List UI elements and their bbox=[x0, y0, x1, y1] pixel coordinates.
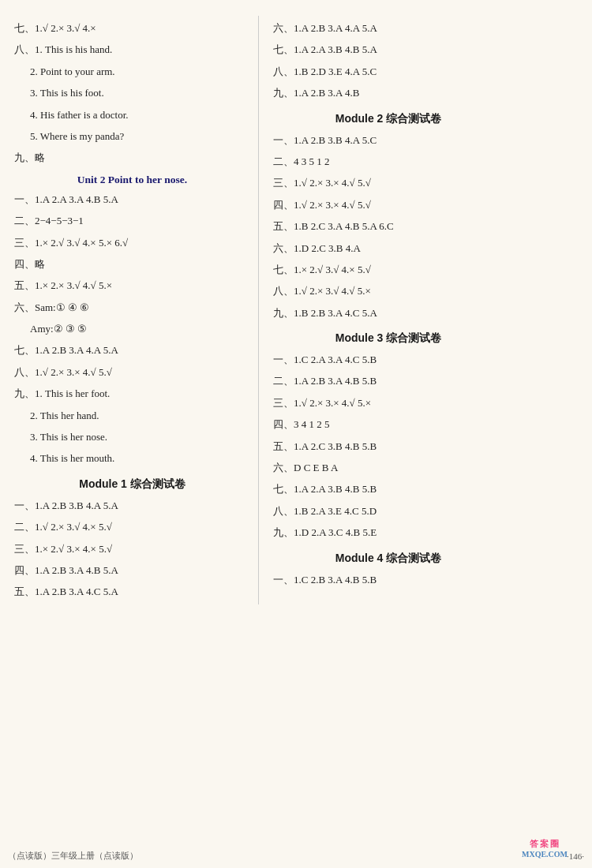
answer-line: 二、1.A 2.B 3.A 4.B 5.B bbox=[273, 372, 504, 390]
answer-line: 九、1.B 2.B 3.A 4.C 5.A bbox=[273, 304, 504, 322]
answer-line: 六、Sam:① ④ ⑥ bbox=[14, 298, 250, 316]
answer-line: 六、1.D 2.C 3.B 4.A bbox=[273, 239, 504, 257]
answer-line: 七、1.√ 2.× 3.√ 4.× bbox=[14, 19, 250, 37]
answer-line: 2. This her hand. bbox=[14, 406, 250, 425]
answer-line: 二、1.√ 2.× 3.√ 4.× 5.√ bbox=[14, 518, 250, 536]
answer-line: 三、1.× 2.√ 3.√ 4.× 5.× 6.√ bbox=[14, 234, 250, 252]
answer-line: 一、1.A 2.B 3.B 4.A 5.A bbox=[14, 496, 250, 514]
answer-line: 一、1.C 2.B 3.A 4.B 5.B bbox=[273, 571, 504, 589]
answer-line: 五、1.A 2.B 3.A 4.C 5.A bbox=[14, 582, 250, 600]
answer-line: 七、1.A 2.A 3.B 4.B 5.A bbox=[273, 40, 504, 58]
answer-line: 六、D C E B A bbox=[273, 458, 504, 477]
answer-line: 八、1.B 2.D 3.E 4.A 5.C bbox=[273, 62, 504, 80]
answer-line: 五、1.A 2.C 3.B 4.B 5.B bbox=[273, 437, 504, 455]
answer-line: 七、1.A 2.B 3.A 4.A 5.A bbox=[14, 341, 250, 359]
answer-line: 一、1.A 2.A 3.A 4.B 5.A bbox=[14, 190, 250, 208]
module-title: Module 3 综合测试卷 bbox=[273, 331, 504, 346]
answer-line: 2. Point to your arm. bbox=[14, 62, 250, 80]
answer-line: 七、1.× 2.√ 3.√ 4.× 5.√ bbox=[273, 260, 504, 279]
answer-line: 九、1.A 2.B 3.A 4.B bbox=[273, 84, 504, 102]
unit-title: Unit 2 Point to her nose. bbox=[14, 174, 250, 186]
watermark-line1: 答案圈 bbox=[530, 838, 560, 850]
module-title: Module 4 综合测试卷 bbox=[273, 552, 504, 566]
module-title: Module 2 综合测试卷 bbox=[273, 112, 504, 126]
answer-line: 3. This is his foot. bbox=[14, 84, 250, 102]
watermark-line2: MXQE.COM bbox=[522, 850, 568, 859]
answer-line: 四、略 bbox=[14, 255, 250, 273]
answer-line: 三、1.√ 2.× 3.× 4.√ 5.√ bbox=[273, 174, 504, 192]
answer-line: 三、1.× 2.√ 3.× 4.× 5.√ bbox=[14, 540, 250, 558]
answer-line: 二、4 3 5 1 2 bbox=[273, 152, 504, 170]
answer-line: 六、1.A 2.B 3.A 4.A 5.A bbox=[273, 19, 504, 37]
answer-line: 4. His father is a doctor. bbox=[14, 106, 250, 124]
content-area: 七、1.√ 2.× 3.√ 4.×八、1. This is his hand.2… bbox=[14, 16, 578, 604]
left-column: 七、1.√ 2.× 3.√ 4.×八、1. This is his hand.2… bbox=[14, 16, 259, 604]
answer-line: 三、1.√ 2.× 3.× 4.√ 5.× bbox=[273, 394, 504, 412]
answer-line: 九、1. This is her foot. bbox=[14, 384, 250, 402]
answer-line: 4. This is her mouth. bbox=[14, 449, 250, 467]
right-column: 六、1.A 2.B 3.A 4.A 5.A七、1.A 2.A 3.B 4.B 5… bbox=[259, 16, 504, 604]
answer-line: 5. Where is my panda? bbox=[14, 127, 250, 145]
answer-line: 3. This is her nose. bbox=[14, 428, 250, 446]
footer-left: （点读版）三年级上册（点读版） bbox=[8, 850, 138, 862]
answer-line: 八、1.√ 2.× 3.√ 4.√ 5.× bbox=[273, 282, 504, 300]
answer-line: 七、1.A 2.A 3.B 4.B 5.B bbox=[273, 480, 504, 498]
module-title: Module 1 综合测试卷 bbox=[14, 477, 250, 492]
answer-line: Amy:② ③ ⑤ bbox=[14, 320, 250, 338]
answer-line: 九、略 bbox=[14, 148, 250, 166]
answer-line: 四、3 4 1 2 5 bbox=[273, 415, 504, 433]
page: 七、1.√ 2.× 3.√ 4.×八、1. This is his hand.2… bbox=[0, 0, 592, 868]
answer-line: 五、1.× 2.× 3.√ 4.√ 5.× bbox=[14, 276, 250, 294]
answer-line: 九、1.D 2.A 3.C 4.B 5.E bbox=[273, 523, 504, 541]
answer-line: 八、1.B 2.A 3.E 4.C 5.D bbox=[273, 502, 504, 520]
answer-line: 五、1.B 2.C 3.A 4.B 5.A 6.C bbox=[273, 217, 504, 235]
answer-line: 四、1.A 2.B 3.A 4.B 5.A bbox=[14, 561, 250, 579]
answer-line: 八、1.√ 2.× 3.× 4.√ 5.√ bbox=[14, 363, 250, 381]
answer-line: 四、1.√ 2.× 3.× 4.√ 5.√ bbox=[273, 196, 504, 214]
answer-line: 八、1. This is his hand. bbox=[14, 40, 250, 58]
answer-line: 二、2−4−5−3−1 bbox=[14, 211, 250, 230]
answer-line: 一、1.A 2.B 3.B 4.A 5.C bbox=[273, 131, 504, 149]
watermark: 答案圈 MXQE.COM bbox=[497, 829, 592, 868]
answer-line: 一、1.C 2.A 3.A 4.C 5.B bbox=[273, 350, 504, 369]
